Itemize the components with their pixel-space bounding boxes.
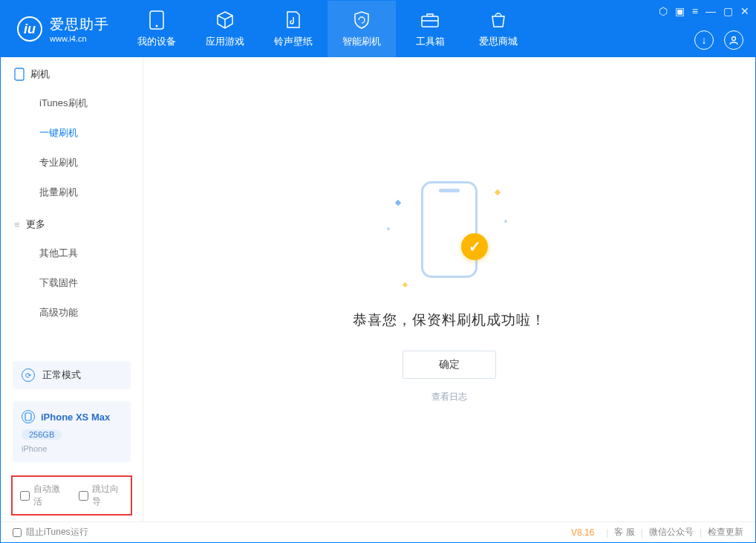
header-right-icons: ↓ [694, 30, 743, 50]
sidebar-item-pro-flash[interactable]: 专业刷机 [1, 148, 143, 178]
sidebar-item-other-tools[interactable]: 其他工具 [1, 238, 143, 268]
success-message: 恭喜您，保资料刷机成功啦！ [353, 310, 546, 330]
tab-label: 爱思商城 [479, 35, 518, 48]
tab-label: 应用游戏 [206, 35, 244, 48]
menu-icon[interactable]: ≡ [692, 5, 698, 17]
tab-label: 工具箱 [416, 35, 445, 48]
device-info-box[interactable]: iPhone XS Max 256GB iPhone [13, 401, 131, 462]
check-badge-icon: ✓ [461, 233, 488, 260]
tab-my-device[interactable]: 我的设备 [123, 1, 191, 57]
tab-label: 铃声壁纸 [274, 35, 313, 48]
toolbox-icon [420, 10, 440, 30]
mode-label: 正常模式 [42, 368, 81, 382]
wechat-link[interactable]: 微信公众号 [649, 526, 694, 539]
block-itunes-checkbox[interactable]: 阻止iTunes运行 [13, 526, 88, 539]
skip-setup-checkbox[interactable]: 跳过向导 [79, 483, 124, 508]
tab-apps-games[interactable]: 应用游戏 [191, 1, 259, 57]
logo-icon: iu [17, 16, 42, 42]
svg-rect-2 [422, 16, 438, 27]
tab-label: 我的设备 [137, 35, 176, 48]
device-capacity: 256GB [22, 429, 62, 440]
mode-icon: ⟳ [22, 368, 35, 382]
section-more-title: ≡ 更多 [1, 207, 143, 238]
sidebar-item-download-firmware[interactable]: 下载固件 [1, 268, 143, 298]
phone-icon [146, 10, 167, 30]
device-name-row: iPhone XS Max [22, 410, 110, 423]
user-icon[interactable] [724, 30, 743, 50]
list-icon: ≡ [14, 219, 20, 230]
refresh-shield-icon [351, 10, 372, 30]
device-small-icon [14, 68, 25, 81]
ok-button[interactable]: 确定 [403, 351, 496, 379]
logo-area: iu 爱思助手 www.i4.cn [1, 15, 123, 43]
device-type: iPhone [22, 444, 47, 453]
success-illustration: ✓ [382, 175, 516, 294]
app-name-en: www.i4.cn [50, 34, 109, 43]
check-update-link[interactable]: 检查更新 [708, 526, 743, 539]
sidebar-item-advanced[interactable]: 高级功能 [1, 298, 143, 328]
version-label: V8.16 [571, 527, 594, 538]
body-area: 刷机 iTunes刷机 一键刷机 专业刷机 批量刷机 ≡ 更多 其他工具 下载固… [1, 57, 755, 521]
maximize-button[interactable]: ▢ [723, 5, 733, 17]
shirt-icon[interactable]: ⬡ [659, 5, 668, 17]
tab-ring-wallpaper[interactable]: 铃声壁纸 [259, 1, 328, 57]
options-row: 自动激活 跳过向导 [11, 475, 132, 516]
tab-store[interactable]: 爱思商城 [464, 1, 532, 57]
auto-activate-checkbox[interactable]: 自动激活 [20, 483, 65, 508]
customer-service-link[interactable]: 客 服 [614, 526, 634, 539]
svg-rect-5 [15, 68, 24, 80]
svg-point-1 [156, 25, 158, 27]
footer-right: V8.16 | 客 服 | 微信公众号 | 检查更新 [571, 526, 743, 539]
nav-tabs: 我的设备 应用游戏 铃声壁纸 智能刷机 工具箱 爱思商城 [123, 1, 532, 57]
section-flash-title: 刷机 [1, 57, 143, 88]
window-controls: ⬡ ▣ ≡ ― ▢ ✕ [659, 5, 749, 17]
sidebar-item-itunes-flash[interactable]: iTunes刷机 [1, 88, 143, 118]
shopping-bag-icon [488, 10, 509, 30]
svg-point-4 [732, 37, 736, 41]
cube-icon [215, 10, 235, 30]
download-icon[interactable]: ↓ [694, 30, 714, 50]
close-button[interactable]: ✕ [740, 5, 749, 17]
sidebar-item-batch-flash[interactable]: 批量刷机 [1, 178, 143, 207]
music-file-icon [283, 10, 304, 30]
tab-smart-flash[interactable]: 智能刷机 [328, 1, 396, 57]
main-content: ✓ 恭喜您，保资料刷机成功啦！ 确定 查看日志 [143, 57, 755, 521]
device-icon [22, 410, 35, 423]
settings-icon[interactable]: ▣ [675, 5, 685, 17]
view-log-link[interactable]: 查看日志 [431, 391, 467, 403]
sidebar: 刷机 iTunes刷机 一键刷机 专业刷机 批量刷机 ≡ 更多 其他工具 下载固… [1, 57, 143, 521]
app-name-cn: 爱思助手 [50, 15, 109, 34]
app-header: iu 爱思助手 www.i4.cn 我的设备 应用游戏 铃声壁纸 智能刷机 工具… [1, 1, 755, 57]
footer-bar: 阻止iTunes运行 V8.16 | 客 服 | 微信公众号 | 检查更新 [1, 521, 755, 542]
minimize-button[interactable]: ― [706, 5, 716, 17]
tab-label: 智能刷机 [342, 35, 381, 48]
svg-rect-6 [25, 413, 31, 420]
sidebar-item-onekey-flash[interactable]: 一键刷机 [1, 118, 143, 148]
phone-outline-icon [421, 181, 478, 278]
mode-status-box[interactable]: ⟳ 正常模式 [13, 361, 131, 389]
logo-text: 爱思助手 www.i4.cn [50, 15, 109, 43]
tab-toolbox[interactable]: 工具箱 [396, 1, 464, 57]
